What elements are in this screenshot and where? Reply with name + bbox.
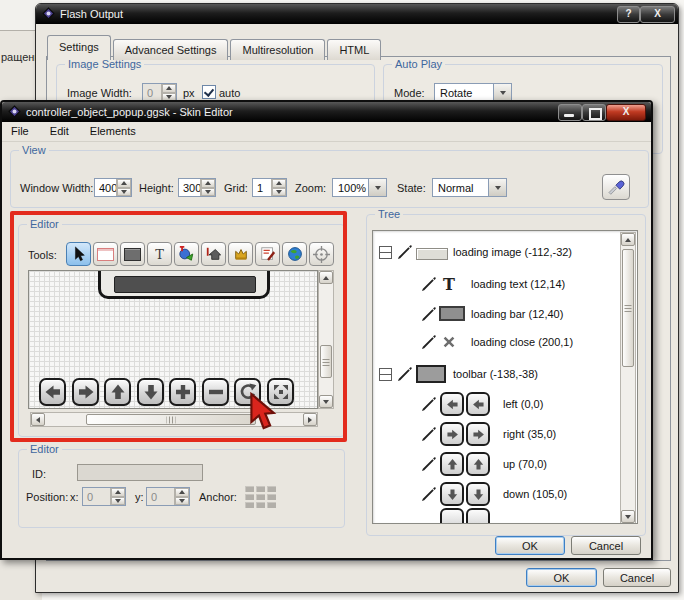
tree-collapse-icon[interactable]: [379, 368, 392, 381]
spin-down-button[interactable]: [117, 188, 131, 197]
tool-image-button[interactable]: [174, 242, 199, 266]
spin-up-button[interactable]: [111, 488, 125, 497]
group-legend: View: [19, 144, 49, 156]
id-field[interactable]: [77, 464, 203, 481]
tool-world-button[interactable]: [282, 242, 307, 266]
canvas-horizontal-scrollbar[interactable]: [30, 412, 318, 427]
spin-down-button[interactable]: [201, 188, 215, 197]
zoom-dropdown[interactable]: 100%: [332, 178, 387, 197]
dropdown-arrow-icon[interactable]: [493, 84, 511, 101]
button-state-thumbnail: [440, 482, 464, 506]
tree-collapse-icon[interactable]: [379, 246, 392, 259]
group-legend: Auto Play: [392, 58, 445, 70]
tree-item[interactable]: [373, 505, 619, 524]
scroll-up-button[interactable]: [621, 233, 635, 246]
canvas-zoom-out-button[interactable]: [202, 378, 229, 406]
button-state-thumbnail: [466, 422, 490, 446]
tool-target-button[interactable]: [309, 242, 334, 266]
spin-up-button[interactable]: [201, 179, 215, 188]
state-label: State:: [397, 182, 426, 194]
window-width-spinner[interactable]: 400: [94, 178, 132, 197]
scroll-down-button[interactable]: [319, 395, 333, 408]
scrollbar-thumb[interactable]: [86, 414, 256, 425]
anchor-grid[interactable]: [245, 486, 276, 508]
help-button[interactable]: ?: [617, 6, 640, 23]
tab-settings[interactable]: Settings: [47, 35, 111, 60]
close-x-icon: [441, 334, 457, 350]
canvas-vertical-scrollbar[interactable]: [318, 270, 334, 409]
canvas-down-button[interactable]: [137, 378, 164, 406]
scrollbar-thumb[interactable]: [320, 345, 332, 378]
bar-thumbnail: [439, 306, 465, 321]
tool-bar-button[interactable]: [120, 242, 145, 266]
state-dropdown[interactable]: Normal: [432, 178, 507, 197]
close-button[interactable]: X: [606, 104, 646, 121]
grid-spinner[interactable]: 1: [252, 178, 287, 197]
canvas-toolbar-element[interactable]: [98, 270, 270, 299]
canvas-up-button[interactable]: [104, 378, 131, 406]
spin-down-button[interactable]: [111, 497, 125, 506]
tab-multiresolution[interactable]: Multiresolution: [230, 39, 325, 60]
spin-up-button[interactable]: [117, 179, 131, 188]
cancel-button[interactable]: Cancel: [571, 536, 641, 555]
image-thumbnail: [416, 248, 448, 260]
menu-edit[interactable]: Edit: [41, 122, 78, 137]
id-label: ID:: [32, 468, 46, 480]
spin-up-button[interactable]: [272, 179, 286, 188]
tool-button-button[interactable]: [201, 242, 226, 266]
spin-up-button[interactable]: [162, 84, 176, 93]
zoom-label: Zoom:: [295, 182, 326, 194]
down-arrow-icon: [446, 488, 459, 501]
auto-checkbox[interactable]: [202, 85, 216, 99]
minimize-button[interactable]: [558, 104, 582, 121]
canvas-left-button[interactable]: [39, 378, 66, 406]
pencil-icon: [421, 397, 436, 412]
height-spinner[interactable]: 300: [178, 178, 216, 197]
spin-down-button[interactable]: [272, 188, 286, 197]
target-icon: [313, 246, 330, 263]
ok-button[interactable]: OK: [526, 568, 597, 587]
tree-vertical-scrollbar[interactable]: [620, 232, 636, 524]
window-width-label: Window Width:: [20, 182, 93, 194]
tool-rectangle-button[interactable]: [93, 242, 118, 266]
tab-advanced-settings[interactable]: Advanced Settings: [113, 39, 229, 60]
maximize-button[interactable]: [582, 104, 606, 121]
tool-text-button[interactable]: T: [147, 242, 172, 266]
cancel-button[interactable]: Cancel: [603, 568, 671, 587]
scroll-down-button[interactable]: [621, 510, 635, 523]
scroll-left-button[interactable]: [31, 413, 45, 426]
position-x-spinner[interactable]: 0: [82, 487, 126, 506]
menu-elements[interactable]: Elements: [81, 122, 145, 137]
scrollbar-thumb[interactable]: [622, 249, 634, 367]
bar-tool-icon: [124, 248, 141, 261]
canvas-right-button[interactable]: [72, 378, 99, 406]
button-state-thumbnail: [466, 508, 490, 524]
button-state-thumbnail: [440, 392, 464, 416]
position-y-spinner[interactable]: 0: [146, 487, 190, 506]
skin-editor-titlebar: controller_object_popup.ggsk - Skin Edit…: [2, 102, 651, 122]
tools-label: Tools:: [28, 249, 57, 261]
close-button[interactable]: X: [640, 6, 675, 23]
scroll-right-button[interactable]: [303, 413, 317, 426]
group-legend: Editor: [27, 443, 62, 455]
canvas-rotate-button[interactable]: [234, 378, 261, 406]
tab-html[interactable]: HTML: [327, 39, 381, 60]
mode-label: Mode:: [394, 87, 425, 99]
text-tool-icon: T: [155, 247, 164, 262]
tool-note-button[interactable]: [255, 242, 280, 266]
canvas-fullscreen-button[interactable]: [267, 378, 294, 406]
tool-select-button[interactable]: [66, 242, 91, 266]
dropdown-arrow-icon[interactable]: [488, 179, 506, 196]
scroll-up-button[interactable]: [319, 271, 333, 284]
spin-down-button[interactable]: [175, 497, 189, 506]
canvas-zoom-in-button[interactable]: [169, 378, 196, 406]
ok-button[interactable]: OK: [495, 536, 565, 555]
group-legend: Tree: [375, 208, 403, 220]
editor-canvas[interactable]: [28, 270, 318, 409]
dropdown-arrow-icon[interactable]: [368, 179, 386, 196]
tool-ornament-button[interactable]: [228, 242, 253, 266]
spin-up-button[interactable]: [175, 488, 189, 497]
screwdriver-tool-button[interactable]: [602, 174, 630, 200]
window-title: Flash Output: [60, 8, 123, 20]
menu-file[interactable]: File: [2, 122, 38, 137]
